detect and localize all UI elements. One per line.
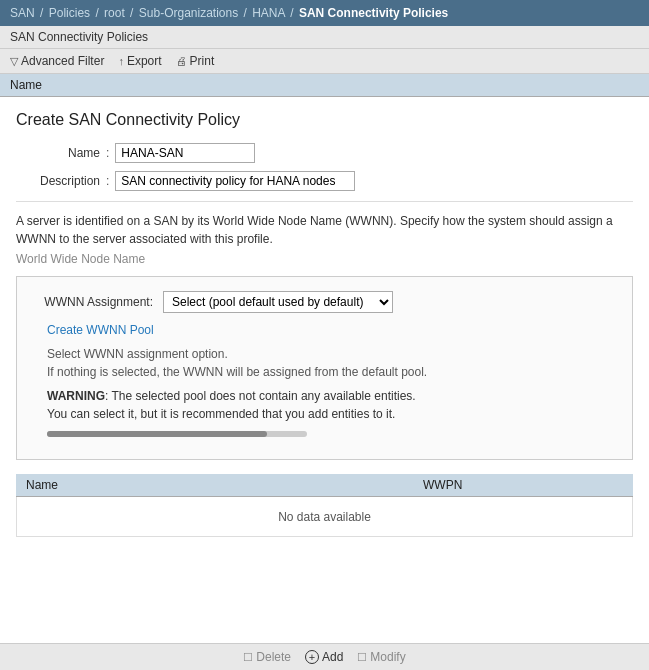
sep3: / — [130, 6, 137, 20]
desc-colon: : — [106, 174, 109, 188]
wwnn-assignment-row: WWNN Assignment: Select (pool default us… — [33, 291, 616, 313]
table-header: Name WWPN — [16, 474, 633, 497]
breadcrumb-suborg[interactable]: Sub-Organizations — [139, 6, 238, 20]
table-body: No data available — [16, 497, 633, 537]
export-icon: ↑ — [118, 55, 124, 67]
form-title: Create SAN Connectivity Policy — [16, 111, 633, 129]
description-label: Description — [16, 174, 106, 188]
column-name-label: Name — [10, 78, 42, 92]
hint-line1: Select WWNN assignment option. — [47, 347, 228, 361]
modify-button[interactable]: ☐ Modify — [357, 650, 405, 664]
wwnn-label: WWNN Assignment: — [33, 295, 163, 309]
progress-bar-track — [47, 431, 307, 437]
name-row: Name : — [16, 143, 633, 163]
description-input[interactable] — [115, 171, 355, 191]
progress-bar-area — [47, 431, 602, 437]
description-row: Description : — [16, 171, 633, 191]
column-header-bar: Name — [0, 74, 649, 97]
sep2: / — [95, 6, 102, 20]
export-button[interactable]: ↑ Export — [118, 54, 161, 68]
sep5: / — [290, 6, 297, 20]
wwnn-section: WWNN Assignment: Select (pool default us… — [16, 276, 633, 460]
delete-label: Delete — [256, 650, 291, 664]
name-input[interactable] — [115, 143, 255, 163]
print-button[interactable]: 🖨 Print — [176, 54, 215, 68]
progress-bar-fill — [47, 431, 267, 437]
info-text: A server is identified on a SAN by its W… — [16, 212, 633, 248]
toolbar: ▽ Advanced Filter ↑ Export 🖨 Print — [0, 49, 649, 74]
print-label: Print — [190, 54, 215, 68]
sep4: / — [244, 6, 251, 20]
table-col-name: Name — [26, 478, 423, 492]
delete-icon: ☐ — [243, 651, 253, 664]
bottom-bar: ☐ Delete + Add ☐ Modify — [0, 643, 649, 670]
sub-header-title: SAN Connectivity Policies — [10, 30, 148, 44]
breadcrumb-hana[interactable]: HANA — [252, 6, 285, 20]
add-label: Add — [322, 650, 343, 664]
breadcrumb-bar: SAN / Policies / root / Sub-Organization… — [0, 0, 649, 26]
sep1: / — [40, 6, 47, 20]
print-icon: 🖨 — [176, 55, 187, 67]
advanced-filter-button[interactable]: ▽ Advanced Filter — [10, 54, 104, 68]
advanced-filter-label: Advanced Filter — [21, 54, 104, 68]
breadcrumb-san[interactable]: SAN — [10, 6, 35, 20]
table-col-wwpn: WWPN — [423, 478, 623, 492]
export-label: Export — [127, 54, 162, 68]
breadcrumb-san-connectivity: SAN Connectivity Policies — [299, 6, 448, 20]
delete-button[interactable]: ☐ Delete — [243, 650, 291, 664]
sub-header: SAN Connectivity Policies — [0, 26, 649, 49]
breadcrumb-policies[interactable]: Policies — [49, 6, 90, 20]
add-icon: + — [305, 650, 319, 664]
warning-text: WARNING: The selected pool does not cont… — [47, 387, 616, 423]
create-wwnn-row: Create WWNN Pool — [33, 323, 616, 345]
warning-prefix: WARNING — [47, 389, 105, 403]
divider1 — [16, 201, 633, 202]
wwnn-select[interactable]: Select (pool default used by default) — [163, 291, 393, 313]
create-wwnn-pool-link[interactable]: Create WWNN Pool — [47, 323, 154, 337]
no-data-label: No data available — [278, 510, 371, 524]
main-content: Create SAN Connectivity Policy Name : De… — [0, 97, 649, 667]
modify-icon: ☐ — [357, 651, 367, 664]
hint-line2: If nothing is selected, the WWNN will be… — [47, 365, 427, 379]
name-colon: : — [106, 146, 109, 160]
breadcrumb-root[interactable]: root — [104, 6, 125, 20]
filter-icon: ▽ — [10, 55, 18, 68]
table-section: Name WWPN No data available — [16, 474, 633, 537]
hint-text: Select WWNN assignment option. If nothin… — [47, 345, 616, 381]
modify-label: Modify — [370, 650, 405, 664]
name-label: Name — [16, 146, 106, 160]
section-title: World Wide Node Name — [16, 252, 633, 266]
add-button[interactable]: + Add — [305, 650, 343, 664]
